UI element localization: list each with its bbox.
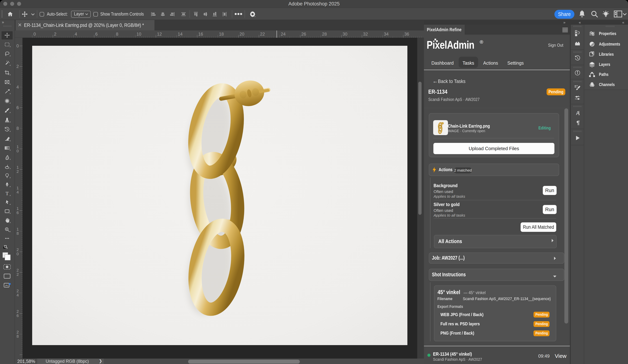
svg-text:T: T [5, 191, 8, 196]
